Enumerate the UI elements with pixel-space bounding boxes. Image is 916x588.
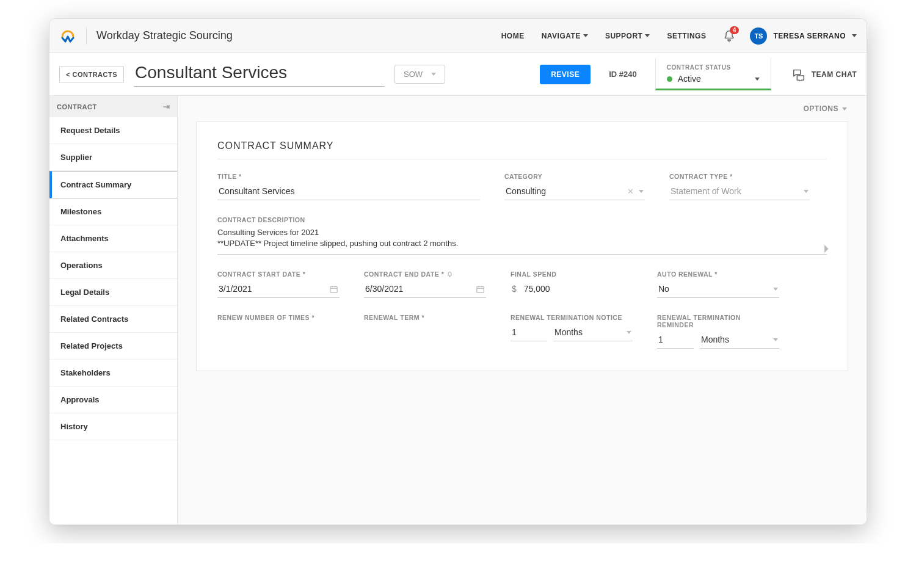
team-chat-button[interactable]: TEAM CHAT (792, 68, 857, 81)
nav-links: HOME NAVIGATE SUPPORT SETTINGS (501, 32, 707, 40)
calendar-icon[interactable] (476, 285, 485, 294)
status-dot-icon (667, 76, 672, 82)
clear-icon[interactable]: ✕ (627, 187, 634, 196)
options-menu[interactable]: OPTIONS (803, 104, 847, 113)
field-label: CONTRACT DESCRIPTION (217, 216, 827, 223)
spend-amount: 75,000 (524, 284, 550, 294)
contract-type-select-value: SOW (404, 70, 423, 79)
renewal-reminder-unit-select[interactable]: Months (700, 332, 779, 349)
description-line: **UPDATE** Project timeline slipped, pus… (217, 238, 827, 249)
field-contract-type: CONTRACT TYPE * Statement of Work (669, 173, 810, 200)
renewal-reminder-number-input[interactable]: 1 (657, 332, 694, 349)
renewal-reminder-unit: Months (701, 335, 729, 344)
sidebar-header-label: CONTRACT (57, 103, 97, 111)
field-label: CONTRACT TYPE * (669, 173, 810, 180)
nav-home[interactable]: HOME (501, 32, 525, 40)
revise-button[interactable]: REVISE (540, 65, 591, 84)
field-auto-renewal: AUTO RENEWAL * No (657, 270, 779, 298)
contract-summary-card: CONTRACT SUMMARY TITLE * Consultant Serv… (196, 122, 848, 371)
user-name-label: TERESA SERRANO (773, 32, 846, 40)
bell-small-icon (446, 271, 453, 278)
category-select[interactable]: Consulting ✕ (504, 184, 645, 200)
nav-settings[interactable]: SETTINGS (667, 32, 706, 40)
field-label: RENEW NUMBER OF TIMES * (217, 314, 340, 321)
end-date-value: 6/30/2021 (365, 284, 403, 294)
field-title: TITLE * Consultant Services (217, 173, 480, 200)
content-area: OPTIONS CONTRACT SUMMARY TITLE * Consult… (178, 96, 867, 524)
sidebar-item-operations[interactable]: Operations (49, 252, 177, 279)
contract-type-value: Statement of Work (671, 186, 741, 196)
end-date-input[interactable]: 6/30/2021 (364, 281, 486, 298)
nav-navigate-label: NAVIGATE (542, 32, 581, 40)
contract-status-dropdown[interactable]: CONTRACT STATUS Active (655, 58, 771, 90)
page-title[interactable]: Consultant Services (134, 62, 385, 87)
avatar: TS (750, 27, 767, 45)
chevron-down-icon (804, 190, 809, 193)
chevron-down-icon (755, 78, 760, 81)
nav-support[interactable]: SUPPORT (605, 32, 650, 40)
start-date-input[interactable]: 3/1/2021 (217, 281, 340, 298)
team-chat-label: TEAM CHAT (812, 70, 857, 79)
auto-renewal-select[interactable]: No (657, 281, 779, 298)
sidebar-item-attachments[interactable]: Attachments (49, 225, 177, 252)
renewal-notice-unit: Months (554, 327, 583, 337)
description-textarea[interactable]: Consulting Services for 2021 **UPDATE** … (217, 227, 827, 255)
sub-header: < CONTRACTS Consultant Services SOW REVI… (49, 53, 867, 96)
body: CONTRACT ⇥ Request DetailsSupplierContra… (49, 96, 867, 524)
svg-rect-0 (330, 286, 337, 292)
contract-type-select[interactable]: SOW (394, 65, 445, 84)
currency-symbol: $ (512, 284, 517, 294)
sidebar-item-supplier[interactable]: Supplier (49, 144, 177, 171)
field-end-date: CONTRACT END DATE * 6/30/2021 (364, 270, 486, 298)
final-spend-value: $ 75,000 (511, 281, 633, 297)
sidebar-item-approvals[interactable]: Approvals (49, 387, 177, 413)
sidebar-item-contract-summary[interactable]: Contract Summary (49, 171, 177, 198)
workday-logo-icon (59, 27, 76, 45)
sidebar-header: CONTRACT ⇥ (49, 96, 177, 117)
sidebar-item-legal-details[interactable]: Legal Details (49, 279, 177, 306)
nav-navigate[interactable]: NAVIGATE (542, 32, 588, 40)
status-value: Active (678, 74, 749, 84)
back-to-contracts-button[interactable]: < CONTRACTS (59, 67, 124, 82)
chat-icon (792, 68, 805, 81)
end-date-label-text: CONTRACT END DATE * (364, 270, 444, 278)
options-label: OPTIONS (803, 104, 838, 113)
sidebar-item-history[interactable]: History (49, 413, 177, 440)
calendar-icon[interactable] (329, 285, 338, 294)
field-label: RENEWAL TERMINATION NOTICE (511, 314, 633, 321)
title-input-value: Consultant Services (219, 186, 295, 196)
field-description: CONTRACT DESCRIPTION Consulting Services… (217, 216, 827, 255)
chevron-down-icon (431, 73, 436, 76)
field-label: FINAL SPEND (511, 270, 633, 278)
description-line: Consulting Services for 2021 (217, 227, 827, 238)
collapse-icon[interactable]: ⇥ (163, 102, 170, 111)
user-menu[interactable]: TS TERESA SERRANO (750, 27, 857, 45)
renewal-notice-number-input[interactable]: 1 (511, 325, 547, 341)
start-date-value: 3/1/2021 (219, 284, 252, 294)
chevron-down-icon (773, 288, 778, 291)
field-label: AUTO RENEWAL * (657, 270, 779, 278)
title-input[interactable]: Consultant Services (217, 184, 480, 200)
chevron-down-icon (773, 338, 778, 341)
chevron-down-icon (842, 107, 847, 111)
notifications-button[interactable]: 4 (723, 30, 735, 42)
status-caption: CONTRACT STATUS (667, 64, 760, 71)
field-label: RENEWAL TERM * (364, 314, 486, 321)
contract-type-select[interactable]: Statement of Work (669, 184, 810, 200)
app-window: Workday Strategic Sourcing HOME NAVIGATE… (49, 18, 867, 525)
card-title: CONTRACT SUMMARY (217, 140, 827, 159)
sidebar: CONTRACT ⇥ Request DetailsSupplierContra… (49, 96, 178, 524)
sidebar-item-request-details[interactable]: Request Details (49, 117, 177, 144)
chevron-down-icon (639, 190, 644, 193)
brand-title: Workday Strategic Sourcing (96, 29, 233, 42)
svg-rect-4 (477, 286, 484, 292)
resize-handle-icon[interactable]: ◢ (819, 244, 829, 253)
auto-renewal-value: No (658, 284, 669, 294)
sidebar-item-related-contracts[interactable]: Related Contracts (49, 306, 177, 333)
sidebar-item-stakeholders[interactable]: Stakeholders (49, 360, 177, 387)
renewal-notice-unit-select[interactable]: Months (553, 325, 633, 341)
renewal-notice-value: 1 (512, 327, 517, 337)
sidebar-item-related-projects[interactable]: Related Projects (49, 333, 177, 360)
sidebar-item-milestones[interactable]: Milestones (49, 198, 177, 225)
category-value: Consulting (506, 186, 546, 196)
